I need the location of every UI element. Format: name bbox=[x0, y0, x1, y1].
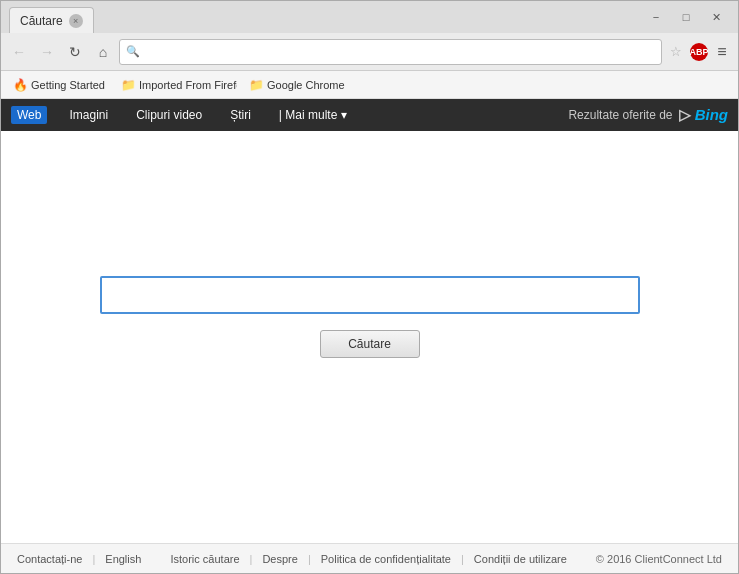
navigation-bar: ← → ↻ ⌂ 🔍 ☆ ABP ≡ bbox=[1, 33, 738, 71]
footer-search-history-link[interactable]: Istoric căutare bbox=[170, 553, 239, 565]
main-content-area: Căutare bbox=[1, 131, 738, 543]
home-button[interactable]: ⌂ bbox=[91, 40, 115, 64]
search-icon: 🔍 bbox=[126, 45, 140, 58]
footer-contact-link[interactable]: Contactați-ne bbox=[17, 553, 82, 565]
bookmark-star-icon[interactable]: ☆ bbox=[666, 42, 686, 62]
menu-icon[interactable]: ≡ bbox=[712, 42, 732, 62]
results-offered-label: Rezultate oferite de bbox=[568, 108, 672, 122]
tab-close-button[interactable]: × bbox=[69, 14, 83, 28]
tab-title: Căutare bbox=[20, 14, 63, 28]
footer-language-link[interactable]: English bbox=[105, 553, 141, 565]
bookmark-label: Getting Started bbox=[31, 79, 105, 91]
search-box-container: Căutare bbox=[100, 276, 640, 358]
back-button[interactable]: ← bbox=[7, 40, 31, 64]
search-button[interactable]: Căutare bbox=[320, 330, 420, 358]
home-icon: ⌂ bbox=[99, 44, 107, 60]
back-icon: ← bbox=[12, 44, 26, 60]
maximize-button[interactable]: □ bbox=[672, 7, 700, 27]
window-controls: − □ ✕ bbox=[642, 7, 730, 27]
reload-button[interactable]: ↻ bbox=[63, 40, 87, 64]
reload-icon: ↻ bbox=[69, 44, 81, 60]
active-tab[interactable]: Căutare × bbox=[9, 7, 94, 33]
nav-imagini[interactable]: Imagini bbox=[63, 106, 114, 124]
adblock-icon[interactable]: ABP bbox=[690, 43, 708, 61]
forward-button[interactable]: → bbox=[35, 40, 59, 64]
title-bar: Căutare × − □ ✕ bbox=[1, 1, 738, 33]
firefox-icon: 🔥 bbox=[13, 78, 28, 92]
search-results-provider: Rezultate oferite de ▷ Bing bbox=[568, 106, 728, 124]
search-navigation-bar: Web Imagini Clipuri video Știri | Mai mu… bbox=[1, 99, 738, 131]
close-button[interactable]: ✕ bbox=[702, 7, 730, 27]
nav-clipuri-video[interactable]: Clipuri video bbox=[130, 106, 208, 124]
bookmarks-bar: 🔥 Getting Started 📁 Imported From Firefo… bbox=[1, 71, 738, 99]
nav-mai-multe[interactable]: | Mai multe ▾ bbox=[273, 106, 353, 124]
bookmark-label: Google Chrome bbox=[267, 79, 345, 91]
tab-area: Căutare × bbox=[9, 1, 94, 33]
footer-about-link[interactable]: Despre bbox=[262, 553, 297, 565]
folder-icon: 📁 bbox=[249, 78, 264, 92]
minimize-button[interactable]: − bbox=[642, 7, 670, 27]
folder-icon: 📁 bbox=[121, 78, 136, 92]
bookmark-label: Imported From Firefo… bbox=[139, 79, 237, 91]
footer-center: Istoric căutare | Despre | Politica de c… bbox=[141, 553, 595, 565]
footer: Contactați-ne | English Istoric căutare … bbox=[1, 543, 738, 573]
footer-left: Contactați-ne | English bbox=[17, 553, 141, 565]
address-input[interactable] bbox=[144, 45, 655, 59]
footer-terms-link[interactable]: Condiții de utilizare bbox=[474, 553, 567, 565]
footer-copyright: © 2016 ClientConnect Ltd bbox=[596, 553, 722, 565]
nav-stiri[interactable]: Știri bbox=[224, 106, 257, 124]
bing-logo: Bing bbox=[695, 106, 728, 123]
bing-icon: ▷ Bing bbox=[679, 106, 729, 124]
bookmark-getting-started[interactable]: 🔥 Getting Started bbox=[9, 76, 109, 94]
forward-icon: → bbox=[40, 44, 54, 60]
footer-privacy-link[interactable]: Politica de confidențialitate bbox=[321, 553, 451, 565]
bookmark-imported-from-firefox[interactable]: 📁 Imported From Firefo… bbox=[117, 76, 237, 94]
main-search-input[interactable] bbox=[100, 276, 640, 314]
nav-web[interactable]: Web bbox=[11, 106, 47, 124]
browser-window: Căutare × − □ ✕ ← → ↻ ⌂ 🔍 ☆ bbox=[0, 0, 739, 574]
bookmark-google-chrome[interactable]: 📁 Google Chrome bbox=[245, 76, 349, 94]
address-bar: 🔍 bbox=[119, 39, 662, 65]
